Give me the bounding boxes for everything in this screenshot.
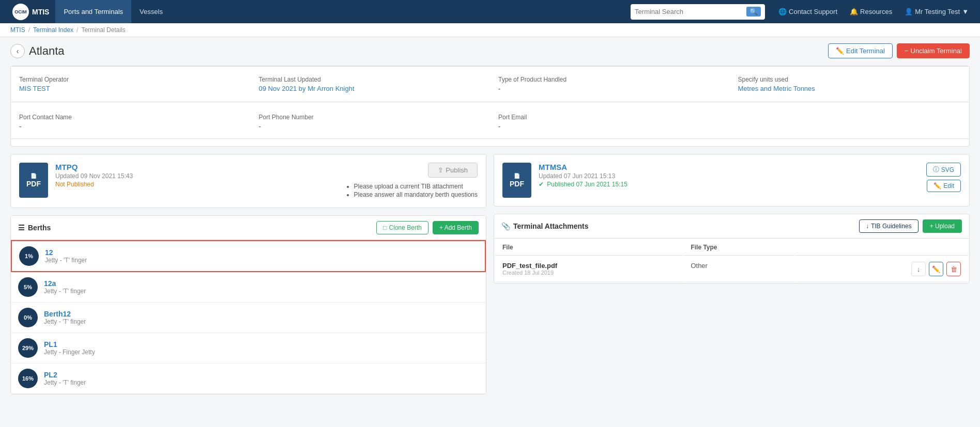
svg-button[interactable]: ⓘ SVG: [926, 163, 961, 177]
berth-item[interactable]: 0% Berth12 Jetty - 'T' finger: [11, 303, 486, 333]
search-input[interactable]: [635, 8, 746, 15]
nav-ports-terminals[interactable]: Ports and Terminals: [55, 0, 131, 23]
check-icon: ✔: [539, 181, 544, 188]
mtpq-card: 📄 PDF MTPQ Updated 09 Nov 2021 15:43 Not…: [10, 154, 486, 208]
list-icon: ☰: [18, 224, 25, 232]
clone-berth-button[interactable]: □ Clone Berth: [376, 221, 428, 234]
chevron-down-icon: ▼: [962, 8, 969, 15]
attachments-card: 📎 Terminal Attachments ↓ TIB Guidelines …: [494, 214, 970, 283]
clone-icon: □: [383, 224, 387, 231]
delete-attachment-button[interactable]: 🗑: [946, 262, 961, 276]
berth-item[interactable]: 1% 12 Jetty - 'T' finger: [11, 240, 486, 272]
berth-name: 12a: [44, 279, 86, 288]
publish-notes: Please upload a current TIB attachment P…: [345, 183, 478, 199]
phone-cell: Port Phone Number -: [251, 112, 491, 132]
berth-pct-circle: 16%: [18, 369, 38, 388]
terminal-operator-cell: Terminal Operator MIS TEST: [11, 73, 251, 96]
bell-icon: 🔔: [850, 8, 858, 15]
last-updated-cell: Terminal Last Updated 09 Nov 2021 by Mr …: [251, 73, 491, 96]
berth-item[interactable]: 5% 12a Jetty - 'T' finger: [11, 272, 486, 303]
berth-sub: Jetty - 'T' finger: [44, 318, 86, 325]
email-cell: Port Email -: [490, 112, 730, 132]
edit-attachment-button[interactable]: ✏️: [929, 262, 943, 276]
publish-button[interactable]: ⇧ Publish: [428, 163, 478, 178]
berth-name: Berth12: [44, 310, 86, 318]
berths-list: 1% 12 Jetty - 'T' finger 5% 12a Jetty - …: [11, 240, 486, 394]
info-grid-row2: Port Contact Name - Port Phone Number - …: [11, 109, 969, 139]
pencil-icon: ✏️: [836, 47, 844, 55]
navbar-right: 🌐 Contact Support 🔔 Resources 👤 Mr Testi…: [765, 8, 974, 15]
add-berth-button[interactable]: + Add Berth: [433, 221, 479, 234]
berth-pct-circle: 29%: [18, 338, 38, 358]
pencil-icon2: ✏️: [933, 182, 941, 189]
berth-pct-circle: 1%: [19, 246, 39, 266]
units-cell: Specify units used Metres and Metric Ton…: [730, 73, 970, 96]
left-column: 📄 PDF MTPQ Updated 09 Nov 2021 15:43 Not…: [10, 154, 486, 394]
download-attachment-button[interactable]: ↓: [911, 262, 926, 276]
berth-name: PL2: [44, 371, 86, 379]
berth-sub: Jetty - Finger Jetty: [44, 349, 95, 356]
file-column-header: File: [495, 240, 682, 256]
download-icon: ↓: [866, 223, 869, 230]
berths-card: ☰ Berths □ Clone Berth + Add Berth: [10, 215, 486, 394]
mtmsa-edit-button[interactable]: ✏️ Edit: [927, 180, 961, 192]
berth-item[interactable]: 16% PL2 Jetty - 'T' finger: [11, 363, 486, 394]
attachment-filetype: Other: [683, 257, 794, 282]
main-content: ‹ Atlanta ✏️ Edit Terminal − Unclaim Ter…: [0, 37, 980, 401]
info-grid: Terminal Operator MIS TEST Terminal Last…: [11, 66, 969, 102]
attachment-row: PDF_test_file.pdf Created 18 Jul 2019 Ot…: [495, 257, 968, 282]
back-button[interactable]: ‹: [10, 44, 25, 58]
attachment-date: Created 18 Jul 2019: [502, 270, 675, 276]
product-cell: Type of Product Handled -: [490, 73, 730, 96]
filetype-column-header: File Type: [683, 240, 794, 256]
mtpq-pdf-icon: 📄 PDF: [19, 163, 48, 198]
berth-name: 12: [45, 248, 87, 257]
berth-item[interactable]: 29% PL1 Jetty - Finger Jetty: [11, 333, 486, 363]
breadcrumb: MTIS / Terminal Index / Terminal Details: [0, 23, 980, 37]
paperclip-icon: 📎: [501, 222, 510, 230]
berth-name: PL1: [44, 340, 95, 349]
logo-icon: OCIM: [12, 4, 29, 20]
upload-icon: ⇧: [438, 166, 443, 174]
attachments-body: PDF_test_file.pdf Created 18 Jul 2019 Ot…: [495, 257, 968, 282]
two-col-layout: 📄 PDF MTPQ Updated 09 Nov 2021 15:43 Not…: [10, 154, 970, 394]
contact-name-cell: Port Contact Name -: [11, 112, 251, 132]
attachments-header: 📎 Terminal Attachments ↓ TIB Guidelines …: [494, 214, 969, 239]
upload-button[interactable]: + Upload: [923, 219, 962, 233]
user-icon: 👤: [905, 8, 913, 15]
search-button[interactable]: 🔍: [746, 7, 761, 17]
doc-icon: 📄: [30, 173, 37, 179]
breadcrumb-mtis[interactable]: MTIS: [10, 26, 25, 34]
nav-vessels[interactable]: Vessels: [131, 0, 171, 23]
contact-support-link[interactable]: 🌐 Contact Support: [773, 8, 843, 15]
info-icon: ⓘ: [933, 165, 939, 174]
mtmsa-card: 📄 PDF MTMSA Updated 07 Jun 2021 15:13 ✔ …: [494, 154, 970, 207]
unclaim-terminal-button[interactable]: − Unclaim Terminal: [897, 43, 970, 58]
breadcrumb-current: Terminal Details: [81, 26, 125, 34]
minus-icon: −: [905, 47, 909, 55]
berth-sub: Jetty - 'T' finger: [45, 257, 87, 264]
right-column: 📄 PDF MTMSA Updated 07 Jun 2021 15:13 ✔ …: [494, 154, 970, 394]
breadcrumb-terminal-index[interactable]: Terminal Index: [33, 26, 73, 34]
berth-pct-circle: 0%: [18, 308, 38, 327]
brand: OCIM MTIS: [6, 0, 55, 23]
terminal-search-box: 🔍: [631, 4, 765, 20]
doc-icon2: 📄: [514, 173, 520, 179]
resources-link[interactable]: 🔔 Resources: [845, 8, 897, 15]
berth-pct-circle: 5%: [18, 277, 38, 297]
globe-icon: 🌐: [778, 8, 787, 15]
attachments-table: File File Type PDF_test_file.pdf Created…: [494, 239, 969, 283]
page-header: ‹ Atlanta ✏️ Edit Terminal − Unclaim Ter…: [10, 43, 970, 58]
mtmsa-pdf-icon: 📄 PDF: [502, 163, 531, 198]
user-menu[interactable]: 👤 Mr Testing Test ▼: [899, 8, 974, 15]
edit-terminal-button[interactable]: ✏️ Edit Terminal: [828, 43, 893, 58]
attachment-filename: PDF_test_file.pdf: [502, 262, 675, 270]
berth-sub: Jetty - 'T' finger: [44, 379, 86, 386]
page-title: Atlanta: [29, 44, 65, 58]
berth-sub: Jetty - 'T' finger: [44, 288, 86, 295]
berths-header: ☰ Berths □ Clone Berth + Add Berth: [11, 216, 486, 240]
navbar: OCIM MTIS Ports and Terminals Vessels 🔍 …: [0, 0, 980, 23]
tib-guidelines-button[interactable]: ↓ TIB Guidelines: [859, 219, 918, 233]
